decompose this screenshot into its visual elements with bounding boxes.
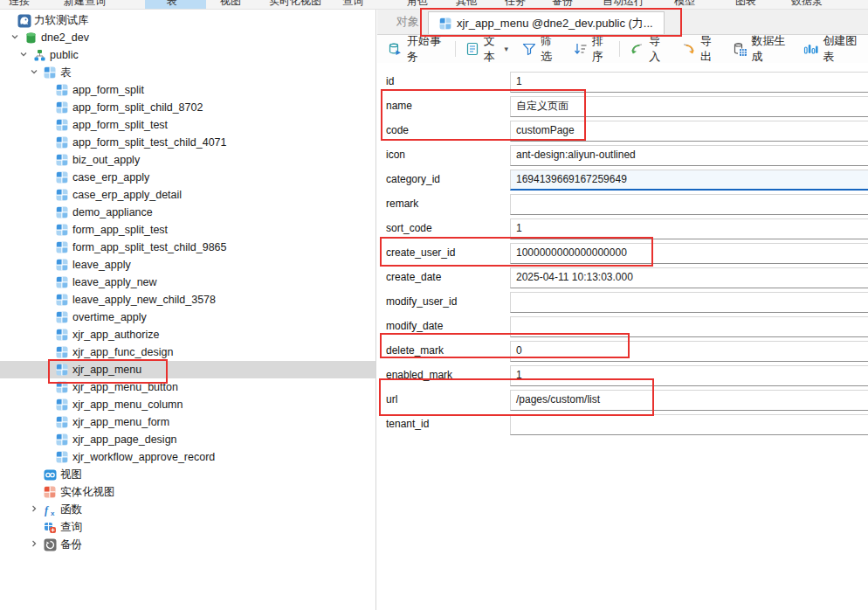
table-icon [56,259,68,271]
field-value-cell-create_user_id[interactable]: 1000000000000000000 [510,243,868,264]
field-value-cell-name[interactable]: 自定义页面 [510,96,868,117]
cropped-toolbar-item[interactable]: 图表 [735,0,756,9]
tree-item-leave_apply[interactable]: leave_apply [0,256,375,274]
tree-item-label: app_form_split [72,81,144,99]
cropped-toolbar-item[interactable]: 备份 [552,0,573,9]
tree-item-label: dne2_dev [41,29,89,46]
toolbar-button-begin-transaction[interactable]: 开始事务 [381,38,452,60]
field-row-create_date: create_date2025-04-11 10:13:03.000 [377,266,868,290]
table-icon [56,189,68,201]
cropped-toolbar-item[interactable]: 其他 [456,0,477,9]
chevron-right-icon[interactable] [30,539,40,550]
tree-item-app_form_split_test[interactable]: app_form_split_test [0,116,375,134]
tree-item-label: 视图 [60,466,82,483]
tree-item-视图[interactable]: 视图 [0,466,375,483]
tree-item-leave_apply_new[interactable]: leave_apply_new [0,274,375,291]
tree-item-查询[interactable]: 查询 [0,518,375,536]
tree-item-form_app_split_test[interactable]: form_app_split_test [0,221,375,239]
cropped-toolbar-item[interactable]: 新建查询 [64,0,106,9]
dropdown-caret-icon[interactable]: ▾ [504,45,508,53]
field-value-cell-delete_mark[interactable]: 0 [510,341,868,362]
tree-item-xjr_app_menu_button[interactable]: xjr_app_menu_button [0,378,375,396]
tree-item-表[interactable]: 表 [0,64,375,81]
tree-item-xjr_app_func_design[interactable]: xjr_app_func_design [0,343,375,361]
toolbar-button-data-generation[interactable]: 数据生成 [726,38,797,60]
table-icon [56,433,68,446]
tree-item-case_erp_apply[interactable]: case_erp_apply [0,169,375,186]
cropped-toolbar-item[interactable]: 任务 [505,0,526,9]
tree-item-leave_apply_new_child_3578[interactable]: leave_apply_new_child_3578 [0,291,375,308]
toolbar-button-export[interactable]: 导出 [674,38,726,60]
field-row-code: codecustomPage [377,119,868,143]
tree-item-dne2_dev[interactable]: dne2_dev [0,29,375,46]
tab-xjr-app-menu[interactable]: xjr_app_menu @dne2_dev.public (力... [428,11,665,34]
tree-item-xjr_workflow_approve_record[interactable]: xjr_workflow_approve_record [0,448,375,466]
chevron-right-icon[interactable] [30,504,40,515]
field-value-cell-modify_user_id[interactable] [510,292,868,313]
tree-item-public[interactable]: public [0,46,375,64]
materialized-view-icon [44,486,56,498]
tree-item-label: leave_apply_new [72,274,157,291]
tree-item-xjr_app_menu_form[interactable]: xjr_app_menu_form [0,413,375,431]
tree-item-app_form_split_child_8702[interactable]: app_form_split_child_8702 [0,99,375,116]
cropped-toolbar-item[interactable]: 实时化视图 [269,0,321,9]
toolbar-button-import[interactable]: 导入 [623,38,674,60]
tree-item-biz_out_apply[interactable]: biz_out_apply [0,151,375,169]
cropped-toolbar-item[interactable]: 连接 [9,0,30,9]
tree-item-xjr_app_menu_column[interactable]: xjr_app_menu_column [0,396,375,413]
toolbar-button-filter[interactable]: 筛选 [515,38,566,60]
field-value-cell-id[interactable]: 1 [510,72,868,93]
field-value-cell-remark[interactable] [510,194,868,215]
tree-item-app_form_split[interactable]: app_form_split [0,81,375,99]
table-icon [56,364,68,376]
chevron-down-icon[interactable] [30,67,40,78]
cropped-toolbar-item[interactable]: 模型 [674,0,695,9]
field-value-cell-enabled_mark[interactable]: 1 [510,365,868,386]
chevron-down-icon[interactable] [10,32,21,43]
field-value-cell-create_date[interactable]: 2025-04-11 10:13:03.000 [510,267,868,288]
tree-item-力软测试库[interactable]: 力软测试库 [0,11,375,29]
tree-item-label: app_form_split_child_8702 [72,99,203,116]
filter-icon [522,42,536,56]
tree-item-xjr_app_menu[interactable]: xjr_app_menu [0,361,375,378]
cropped-toolbar-item[interactable]: 视图 [220,0,241,9]
tree-item-xjr_app_page_design[interactable]: xjr_app_page_design [0,431,375,448]
field-value-cell-tenant_id[interactable] [510,414,868,435]
field-value-cell-code[interactable]: customPage [510,121,868,142]
tree-item-label: xjr_app_menu_column [72,396,183,413]
tree-item-case_erp_apply_detail[interactable]: case_erp_apply_detail [0,186,375,204]
tree-item-overtime_apply[interactable]: overtime_apply [0,308,375,326]
field-value-cell-sort_code[interactable]: 1 [510,218,868,239]
toolbar-button-create-chart[interactable]: 创建图表 [796,38,868,60]
cropped-toolbar-item[interactable]: 角色 [407,0,428,9]
field-name-label: modify_user_id [386,295,457,308]
tree-item-xjr_app_authorize[interactable]: xjr_app_authorize [0,326,375,343]
field-value-cell-category_id[interactable]: 1694139669167259649 [510,170,868,191]
cropped-toolbar-item[interactable]: 数据泵 [791,0,823,9]
field-value-cell-modify_date[interactable] [510,316,868,337]
cropped-toolbar-item[interactable]: 表 [167,0,177,9]
tree-item-label: 表 [60,64,72,81]
field-value-cell-url[interactable]: /pages/custom/list [510,390,868,411]
tree-item-备份[interactable]: 备份 [0,536,375,553]
toolbar-button-text-mode[interactable]: 文本▾ [458,38,515,60]
cropped-toolbar-item[interactable]: 自动运行 [603,0,644,9]
tree-item-label: biz_out_apply [72,151,140,169]
cropped-toolbar-item[interactable]: 查询 [342,0,363,9]
field-row-create_user_id: create_user_id1000000000000000000 [377,241,868,266]
schema-icon [33,49,45,61]
chevron-down-icon[interactable] [19,50,30,60]
tree-item-app_form_split_test_child_4071[interactable]: app_form_split_test_child_4071 [0,134,375,151]
tree-item-form_app_split_test_child_9865[interactable]: form_app_split_test_child_9865 [0,239,375,256]
field-name-label: name [386,100,412,112]
toolbar-button-sort[interactable]: 排序 [566,38,617,60]
tree-item-label: xjr_app_menu_form [72,413,169,431]
tab-objects[interactable]: 对象 [389,10,426,34]
field-name-label: remark [386,198,418,210]
field-name-label: icon [386,149,405,161]
tree-item-label: 函数 [60,501,82,518]
tree-item-函数[interactable]: fx函数 [0,501,375,518]
tree-item-实体化视图[interactable]: 实体化视图 [0,483,375,501]
tree-item-demo_appliance[interactable]: demo_appliance [0,204,375,221]
field-value-cell-icon[interactable]: ant-design:aliyun-outlined [510,145,868,166]
